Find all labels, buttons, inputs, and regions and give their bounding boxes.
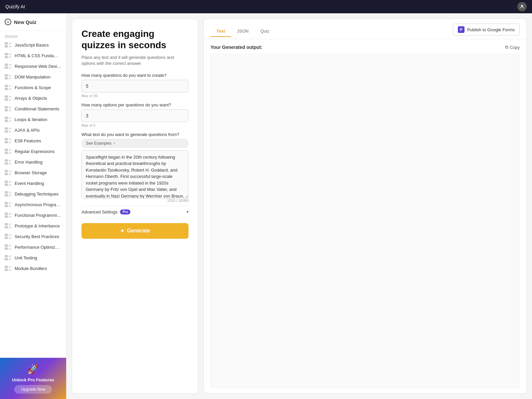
sidebar-item[interactable]: Event Handling bbox=[0, 178, 66, 189]
svg-rect-116 bbox=[5, 247, 8, 250]
output-header: TextJSONQuiz Publish to Google Forms bbox=[204, 19, 526, 39]
tab-quiz[interactable]: Quiz bbox=[254, 26, 275, 37]
svg-rect-55 bbox=[5, 138, 8, 140]
top-nav: Quizify AI bbox=[0, 0, 532, 13]
svg-rect-103 bbox=[5, 223, 8, 225]
publish-label: Publish to Google Forms bbox=[467, 27, 515, 32]
list-icon bbox=[5, 138, 12, 144]
list-icon bbox=[5, 244, 12, 250]
generate-button[interactable]: ✦ Generate bbox=[81, 223, 189, 239]
upgrade-now-button[interactable]: Upgrade Now bbox=[14, 385, 52, 394]
output-panel: TextJSONQuiz Publish to Google Forms You… bbox=[203, 19, 527, 394]
svg-rect-48 bbox=[9, 121, 11, 122]
sidebar-item[interactable]: Performance Optimization bbox=[0, 242, 66, 252]
svg-rect-95 bbox=[9, 205, 12, 206]
advanced-settings-label: Advanced Settings bbox=[81, 209, 117, 214]
svg-rect-22 bbox=[9, 76, 11, 76]
sidebar-item[interactable]: Arrays & Objects bbox=[0, 93, 66, 103]
svg-rect-10 bbox=[9, 55, 11, 55]
sidebar-item-label: Event Handling bbox=[15, 181, 44, 186]
svg-rect-115 bbox=[5, 244, 8, 247]
plus-icon: + bbox=[5, 19, 11, 25]
svg-rect-6 bbox=[9, 47, 11, 48]
svg-rect-121 bbox=[5, 255, 8, 257]
svg-rect-128 bbox=[5, 269, 8, 271]
svg-rect-71 bbox=[9, 163, 12, 164]
advanced-settings-row[interactable]: Advanced Settings Pro ▾ bbox=[81, 206, 189, 218]
list-icon bbox=[5, 223, 12, 229]
sidebar-item-label: Error Handling bbox=[15, 160, 43, 165]
svg-rect-127 bbox=[5, 266, 8, 268]
sidebar-item[interactable]: AJAX & APIs bbox=[0, 125, 66, 135]
list-icon bbox=[5, 180, 12, 186]
sidebar-item[interactable]: DOM Manipulation bbox=[0, 71, 66, 82]
svg-rect-118 bbox=[9, 246, 11, 247]
svg-rect-14 bbox=[5, 66, 8, 69]
sidebar-item[interactable]: Regular Expressions bbox=[0, 146, 66, 157]
copy-icon: ⧉ bbox=[505, 45, 508, 50]
new-quiz-button[interactable]: + New Quiz bbox=[0, 13, 66, 31]
panel-subtitle: Place any text and it will generate ques… bbox=[81, 55, 189, 66]
sidebar-item[interactable]: JavaScript Basics bbox=[0, 40, 66, 50]
publish-button[interactable]: Publish to Google Forms bbox=[453, 24, 520, 36]
tab-text[interactable]: Text bbox=[210, 26, 231, 37]
copy-button[interactable]: ⧉ Copy bbox=[505, 45, 520, 50]
svg-rect-56 bbox=[5, 141, 8, 143]
svg-rect-54 bbox=[9, 132, 11, 133]
svg-rect-129 bbox=[9, 266, 12, 267]
sidebar-item[interactable]: Loops & Iteration bbox=[0, 114, 66, 125]
list-icon bbox=[5, 53, 12, 59]
list-icon bbox=[5, 127, 12, 133]
svg-rect-19 bbox=[5, 74, 8, 76]
svg-rect-70 bbox=[9, 161, 11, 162]
sidebar-item[interactable]: Functions & Scope bbox=[0, 82, 66, 93]
sidebar-item[interactable]: ES6 Features bbox=[0, 135, 66, 146]
sidebar-item[interactable]: Asynchronous Programming bbox=[0, 199, 66, 210]
sidebar-item[interactable]: HTML & CSS Fundamentals bbox=[0, 50, 66, 61]
svg-rect-84 bbox=[9, 185, 11, 186]
list-icon bbox=[5, 265, 12, 271]
sidebar-item[interactable]: Conditional Statements bbox=[0, 103, 66, 114]
svg-rect-77 bbox=[9, 174, 12, 174]
sidebar-item-label: Functional Programming C... bbox=[15, 213, 62, 218]
svg-rect-2 bbox=[5, 45, 8, 48]
svg-rect-23 bbox=[9, 78, 12, 78]
svg-rect-96 bbox=[9, 206, 11, 207]
sidebar-item-label: Arrays & Objects bbox=[15, 96, 47, 101]
svg-rect-21 bbox=[9, 75, 12, 75]
sidebar-item[interactable]: Security Best Practices bbox=[0, 231, 66, 242]
svg-rect-32 bbox=[5, 98, 8, 101]
svg-rect-108 bbox=[9, 228, 11, 228]
svg-rect-81 bbox=[9, 181, 12, 182]
sidebar-item[interactable]: Prototype & Inheritance bbox=[0, 220, 66, 231]
sidebar-item[interactable]: Unit Testing bbox=[0, 252, 66, 263]
sidebar-item-label: Regular Expressions bbox=[15, 149, 55, 154]
svg-rect-60 bbox=[9, 143, 11, 143]
questions-count-input[interactable] bbox=[81, 80, 189, 92]
svg-rect-94 bbox=[9, 203, 11, 204]
list-icon bbox=[5, 148, 12, 154]
svg-rect-52 bbox=[9, 129, 11, 130]
list-icon bbox=[5, 212, 12, 218]
svg-rect-89 bbox=[9, 195, 12, 196]
sidebar-item[interactable]: Functional Programming C... bbox=[0, 210, 66, 220]
options-count-input[interactable] bbox=[81, 109, 189, 122]
output-body: Your Generated output: ⧉ Copy bbox=[204, 39, 526, 393]
sidebar-item[interactable]: Error Handling bbox=[0, 157, 66, 167]
svg-rect-76 bbox=[9, 172, 11, 172]
sidebar-item[interactable]: Debugging Techniques bbox=[0, 189, 66, 199]
sidebar-item-label: Unit Testing bbox=[15, 255, 37, 260]
sidebar-item[interactable]: Module Bundlers bbox=[0, 263, 66, 274]
sidebar-item[interactable]: Browser Storage bbox=[0, 167, 66, 178]
text-input[interactable] bbox=[81, 150, 189, 199]
sidebar-item[interactable]: Responsive Web Design bbox=[0, 61, 66, 71]
tab-json[interactable]: JSON bbox=[231, 26, 255, 37]
svg-rect-9 bbox=[9, 54, 12, 54]
svg-rect-62 bbox=[5, 152, 8, 154]
see-examples-button[interactable]: See Examples › bbox=[81, 139, 189, 148]
svg-rect-91 bbox=[5, 202, 8, 204]
svg-rect-49 bbox=[5, 127, 8, 130]
svg-rect-11 bbox=[9, 57, 12, 57]
svg-rect-124 bbox=[9, 257, 11, 257]
avatar[interactable] bbox=[517, 2, 527, 11]
